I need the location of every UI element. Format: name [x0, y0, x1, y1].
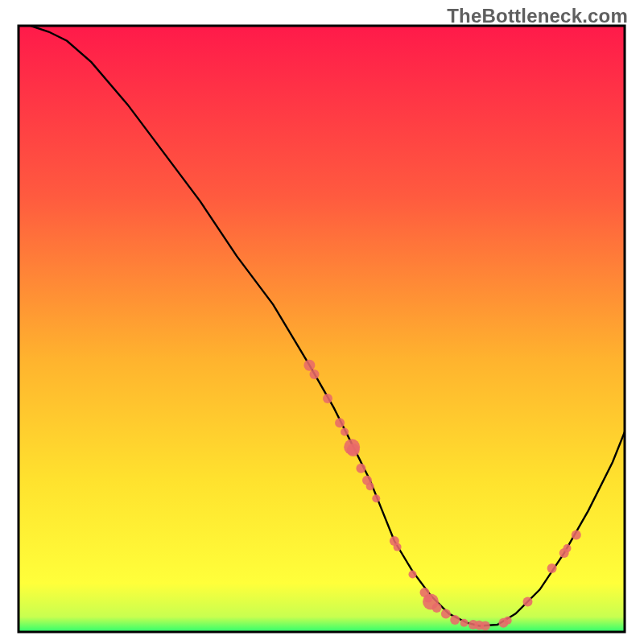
data-marker — [409, 571, 417, 579]
data-marker — [481, 621, 490, 631]
data-marker — [547, 564, 557, 573]
chart-frame: TheBottleneck.com — [0, 0, 644, 644]
data-marker — [366, 482, 374, 490]
data-marker — [335, 418, 345, 427]
data-marker — [310, 369, 320, 379]
data-marker — [504, 617, 512, 625]
data-marker — [372, 494, 380, 502]
data-marker — [432, 603, 442, 613]
data-marker — [441, 609, 451, 618]
data-marker — [460, 619, 469, 627]
watermark-text: TheBottleneck.com — [447, 5, 628, 27]
data-marker — [356, 464, 365, 473]
gradient-background — [19, 26, 625, 632]
data-marker — [394, 543, 402, 551]
data-marker — [347, 444, 360, 456]
data-marker — [450, 615, 460, 625]
data-marker — [341, 428, 349, 436]
data-marker — [572, 530, 581, 540]
data-marker — [323, 394, 332, 403]
bottleneck-chart — [0, 0, 644, 644]
data-marker — [564, 544, 572, 552]
data-marker — [303, 360, 315, 371]
data-marker — [523, 597, 533, 606]
